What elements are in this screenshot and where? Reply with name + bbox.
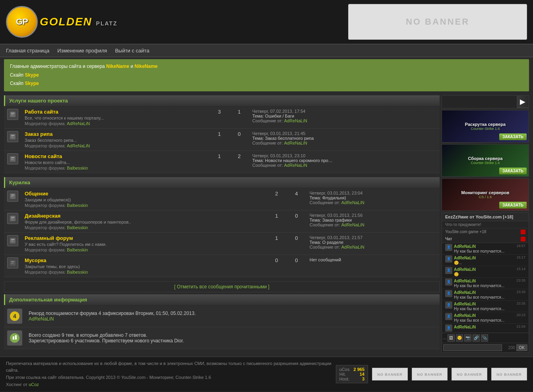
footer-banner-4[interactable]: NO BANNER: [491, 368, 527, 380]
forum-desc: Форум для дизайнеров, фотошоперов и паин…: [25, 220, 264, 224]
chat-time: 15:14: [516, 267, 525, 271]
mod-link[interactable]: AdReNaLiN: [67, 143, 90, 148]
chat-input-field[interactable]: [443, 344, 502, 351]
chat-avatar: 👤: [445, 255, 452, 263]
svg-rect-16: [11, 239, 14, 240]
monitoring-order-btn[interactable]: ЗАКАЗАТЬ: [499, 202, 527, 209]
last-from-link[interactable]: AdReNaLiN: [341, 200, 364, 205]
svg-rect-4: [11, 135, 14, 136]
svg-rect-7: [11, 157, 14, 158]
chat-text: Ну как бы все получается...: [454, 295, 504, 299]
mod-link[interactable]: Balbesskin: [67, 203, 88, 208]
nav-logout[interactable]: Выйти с сайта: [115, 48, 149, 54]
mod-link[interactable]: Balbesskin: [67, 166, 88, 170]
admin1-link[interactable]: NikeName: [106, 64, 129, 69]
forum-desc: Заказ бесплатного рипа...: [25, 138, 206, 143]
forum-name[interactable]: Рекламный форум: [25, 235, 264, 241]
footer-text: Перепечатка материалов и использование и…: [6, 360, 332, 388]
forum-name[interactable]: Заказ рипа: [25, 131, 206, 137]
last-from-link[interactable]: AdReNaLiN: [341, 245, 364, 249]
chat-extra-btn[interactable]: 📎: [481, 334, 488, 342]
chat-time: 23:35: [516, 290, 525, 294]
chat-send-btn[interactable]: OK: [516, 344, 527, 351]
chat-text: Ну как бы все получается...: [454, 307, 504, 311]
addinfo-record-cell: Рекорд посещаемости форума 4 зафиксирова…: [25, 305, 440, 327]
logo-sub-text: PLATZ: [96, 20, 118, 27]
last-from-link[interactable]: AdReNaLiN: [284, 141, 307, 145]
forum-name[interactable]: Мусорка: [25, 257, 264, 263]
chat-img-btn[interactable]: 📷: [464, 334, 471, 342]
chat-text: Ну как бы все получается...: [454, 318, 504, 322]
chat-link-btn[interactable]: 🔗: [473, 334, 480, 342]
mod-link[interactable]: Balbesskin: [67, 270, 88, 274]
chat-smiley-btn[interactable]: 🖼: [448, 334, 455, 342]
sborka-subtitle: Counter-Strike 1.6: [468, 161, 502, 165]
chat-emoji-btn[interactable]: 🙂: [456, 334, 463, 342]
skype2-link[interactable]: Skype: [25, 81, 39, 86]
sborka-title: Сборка сервера: [468, 156, 502, 161]
chat-char-count: 200: [503, 346, 515, 350]
chat-username: AdReNaLiN: [454, 279, 476, 283]
nav-profile[interactable]: Изменение профиля: [57, 48, 107, 54]
forum-name[interactable]: Новости сайта: [25, 153, 206, 159]
chat-sub-row: YouSite.com game +18: [442, 228, 529, 236]
chat-username: AdReNaLiN: [454, 313, 476, 318]
footer-line1: Перепечатка материалов и использование и…: [6, 361, 331, 373]
last-date: Четверг, 03.01.2013, 23:10: [252, 153, 436, 158]
forum-name[interactable]: Дизайнерская: [25, 213, 264, 219]
table-row: Заказ рипа Заказ бесплатного рипа... Мод…: [4, 128, 440, 151]
last-from-link[interactable]: AdReNaLiN: [341, 222, 364, 227]
chat-close-btn2[interactable]: [521, 237, 525, 241]
forum-posts-count: 1: [209, 151, 229, 173]
section-addinfo-header: Дополнительная информация: [4, 294, 440, 305]
footer-banner-2[interactable]: NO BANNER: [412, 368, 448, 380]
topics-val: 0: [233, 131, 246, 137]
main-layout: Услуги нашего проекта Работа сайта Все, …: [0, 93, 533, 355]
forum-last-post: Четверг, 03.01.2013, 23:10 Тема: Новости…: [249, 151, 440, 173]
svg-rect-10: [11, 195, 14, 195]
mark-read-link[interactable]: [ Отметить все сообщения прочитанными ]: [174, 284, 269, 290]
chat-close-btn1[interactable]: [521, 230, 525, 234]
nav-home[interactable]: Главная страница: [6, 48, 49, 54]
forum-mod: Модератор форума: Balbesskin: [25, 203, 264, 208]
mod-link[interactable]: AdReNaLiN: [67, 121, 90, 126]
admin2-link[interactable]: NikeName: [134, 64, 157, 69]
hoster-link[interactable]: uCoz: [29, 382, 39, 387]
sidebar-nav-arrow[interactable]: ▶: [517, 96, 529, 108]
forum-icon-cell: [4, 210, 21, 232]
record-user-link[interactable]: AdReNaLiN: [29, 316, 54, 322]
forum-icon-img: [7, 131, 18, 142]
last-from-link[interactable]: AdReNaLiN: [284, 163, 307, 168]
chat-messages-container[interactable]: 👤 AdReNaLiN 19:57 Ну как бы все получает…: [442, 243, 529, 333]
razkrutka-order-btn[interactable]: ЗАКАЗАТЬ: [499, 133, 527, 140]
mod-link[interactable]: Balbesskin: [67, 247, 88, 252]
mod-link[interactable]: Balbesskin: [67, 225, 88, 230]
svg-text:4: 4: [13, 313, 16, 319]
topics-val: 0: [290, 213, 303, 219]
footer-banner-1[interactable]: NO BANNER: [372, 368, 408, 380]
last-from-link[interactable]: AdReNaLiN: [284, 118, 307, 123]
content-area: Услуги нашего проекта Работа сайта Все, …: [4, 95, 440, 353]
chat-placeholder-text: Что-то придумаете!: [445, 222, 481, 227]
posts-val: 0: [270, 257, 283, 263]
forum-mod: Модератор форума: Balbesskin: [25, 225, 264, 230]
sborka-order-btn[interactable]: ЗАКАЗАТЬ: [499, 168, 527, 174]
footer-line3: Хостинг от uCoz: [6, 382, 39, 387]
forum-icon-img: [7, 257, 18, 268]
skype1-link[interactable]: Skype: [25, 72, 39, 78]
forum-name[interactable]: Работа сайта: [25, 109, 206, 115]
table-row: Дизайнерская Форум для дизайнеров, фотош…: [4, 210, 440, 232]
forum-icon-cell: [4, 232, 21, 255]
addinfo-icon-cell2: [4, 327, 25, 349]
forum-last-post: Четверг, 03.01.2013, 21:57 Тема: О разде…: [306, 232, 440, 255]
footer-banner-3[interactable]: NO BANNER: [452, 368, 487, 380]
chat-message: 👤 AdReNaLiN 15:14 🙂: [442, 266, 529, 278]
kureka-table: Общение Заходим и общаемся)) Модератор ф…: [4, 188, 440, 277]
forum-mod: Модератор форума: Balbesskin: [25, 247, 264, 252]
table-row: 4 Рекорд посещаемости форума 4 зафиксиро…: [4, 305, 440, 327]
table-row: Рекламный форум У вас есть сайт? Поделит…: [4, 232, 440, 255]
logo-icon: GP: [6, 6, 38, 38]
chat-msg-content: AdReNaLiN 23:35 Ну как бы все получается…: [454, 290, 525, 299]
svg-rect-19: [11, 261, 14, 262]
forum-name[interactable]: Общение: [25, 191, 264, 197]
